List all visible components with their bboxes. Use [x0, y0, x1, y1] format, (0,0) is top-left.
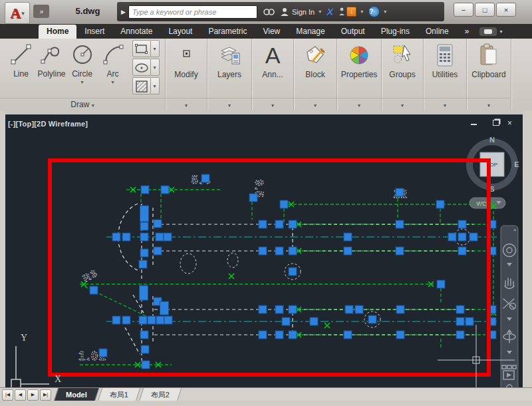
grip[interactable] — [345, 305, 353, 313]
hatch-tool-button[interactable] — [132, 77, 151, 95]
grip[interactable] — [458, 233, 466, 241]
selection-rectangle[interactable] — [50, 160, 489, 375]
grip[interactable] — [275, 220, 283, 228]
grip[interactable] — [141, 345, 149, 353]
grip[interactable] — [456, 331, 464, 339]
grip[interactable] — [160, 302, 169, 315]
grip[interactable] — [456, 305, 464, 313]
panel-flyout[interactable]: ▾ — [382, 98, 423, 109]
grip[interactable] — [344, 331, 352, 339]
grip[interactable] — [139, 260, 147, 268]
search-expand-icon[interactable]: ▶ — [121, 9, 126, 15]
sign-in-link[interactable]: Sign In — [292, 8, 315, 16]
panel-flyout[interactable]: ▾ — [252, 98, 293, 109]
grip[interactable] — [259, 305, 267, 313]
grip[interactable] — [161, 186, 169, 194]
exchange-apps-icon[interactable]: X — [327, 6, 333, 17]
draw-tool-arc[interactable]: Arc▾ — [98, 41, 128, 85]
draw-tool-line[interactable]: Line — [6, 41, 37, 79]
grip[interactable] — [164, 316, 172, 324]
dimension-text[interactable]: R3 — [80, 267, 99, 284]
viewcube-north-label[interactable]: N — [489, 136, 495, 144]
panel-flyout[interactable]: ▾ — [337, 98, 381, 109]
panel-flyout[interactable]: ▾ — [467, 98, 511, 109]
layout-nav-button-3[interactable]: ▶| — [40, 389, 51, 401]
sign-in-caret-icon[interactable]: ▾ — [319, 9, 321, 15]
grip[interactable] — [140, 286, 148, 300]
grip[interactable] — [164, 233, 172, 241]
panel-utilities[interactable]: Utilities▾ — [424, 39, 467, 110]
grip[interactable] — [140, 222, 148, 230]
grip[interactable] — [289, 331, 297, 339]
chevron-down-icon[interactable]: ▾ — [151, 59, 160, 76]
panel-flyout[interactable]: ▾ — [207, 98, 251, 109]
grip[interactable] — [112, 316, 120, 324]
close-button[interactable]: × — [496, 3, 516, 17]
search-input[interactable] — [128, 5, 257, 19]
navbar-close-icon[interactable]: × — [513, 227, 517, 233]
grip[interactable] — [90, 286, 98, 294]
grip[interactable] — [396, 331, 404, 339]
grip[interactable] — [140, 331, 148, 339]
tab-model[interactable]: Model — [54, 388, 99, 401]
grip[interactable] — [456, 317, 464, 325]
tab-layout[interactable]: Layout — [160, 25, 200, 39]
draw-tool-circle[interactable]: Circle▾ — [67, 41, 98, 85]
grip[interactable] — [282, 317, 290, 325]
grip[interactable] — [249, 194, 257, 202]
grip[interactable] — [142, 361, 150, 369]
ribbon-state-toggle-button[interactable] — [479, 27, 497, 36]
quick-access-expand-button[interactable]: » — [33, 5, 49, 18]
grip[interactable] — [436, 200, 444, 208]
grip[interactable] — [154, 247, 162, 255]
tab-布局1[interactable]: 布局1 — [98, 388, 141, 401]
tab-view[interactable]: View — [255, 25, 288, 39]
grip[interactable] — [122, 316, 130, 324]
grip[interactable] — [112, 233, 120, 241]
search-icon[interactable] — [263, 7, 275, 17]
panel-flyout[interactable]: ▾ — [166, 98, 207, 109]
viewcube-east-label[interactable]: E — [514, 160, 519, 168]
viewport-controls-label[interactable]: [-][Top][2D Wireframe] — [8, 120, 88, 128]
grip[interactable] — [99, 349, 107, 357]
doc-restore-button[interactable] — [485, 118, 499, 128]
grip[interactable] — [140, 249, 148, 257]
tab-item[interactable]: » — [457, 25, 477, 39]
help-caret-icon[interactable]: ▾ — [384, 9, 386, 15]
grip[interactable] — [355, 305, 363, 313]
grip[interactable] — [259, 220, 267, 228]
tab-output[interactable]: Output — [333, 25, 373, 39]
panel-modify[interactable]: Modify▾ — [166, 39, 207, 110]
grip[interactable] — [396, 247, 404, 255]
help-icon[interactable]: ? — [368, 6, 380, 17]
panel-block[interactable]: Block▾ — [294, 39, 337, 110]
layout-nav-button-1[interactable]: ◀ — [15, 389, 26, 401]
tab-home[interactable]: Home — [39, 25, 76, 39]
grip[interactable] — [466, 317, 473, 325]
grip[interactable] — [156, 316, 164, 324]
grip[interactable] — [122, 233, 130, 241]
grip[interactable] — [280, 200, 288, 208]
grip[interactable] — [310, 317, 318, 325]
ribbon-toggle-caret-icon[interactable]: ▾ — [499, 29, 502, 35]
layout-nav-button-2[interactable]: ▶ — [27, 389, 39, 401]
grip[interactable] — [140, 233, 148, 241]
drawing-canvas[interactable]: NESTOPWCS×5.49.522R31.02YX [-][Top][2D W… — [5, 114, 523, 387]
grip[interactable] — [448, 233, 456, 241]
grip[interactable] — [275, 331, 283, 339]
ellipse-tool-button[interactable] — [132, 59, 151, 76]
chevron-down-icon[interactable]: ▾ — [151, 77, 160, 95]
grip[interactable] — [344, 233, 352, 241]
tab-plug-ins[interactable]: Plug-ins — [373, 25, 418, 39]
panel-flyout[interactable]: ▾ — [294, 98, 336, 109]
grip[interactable] — [289, 247, 297, 255]
doc-close-button[interactable]: × — [507, 118, 512, 128]
grip[interactable] — [458, 247, 466, 255]
grip[interactable] — [139, 316, 147, 324]
grip[interactable] — [275, 305, 283, 313]
grip[interactable] — [396, 305, 404, 313]
grip[interactable] — [396, 220, 404, 228]
grip[interactable] — [201, 174, 209, 182]
grip[interactable] — [458, 220, 466, 228]
tab-manage[interactable]: Manage — [288, 25, 332, 39]
